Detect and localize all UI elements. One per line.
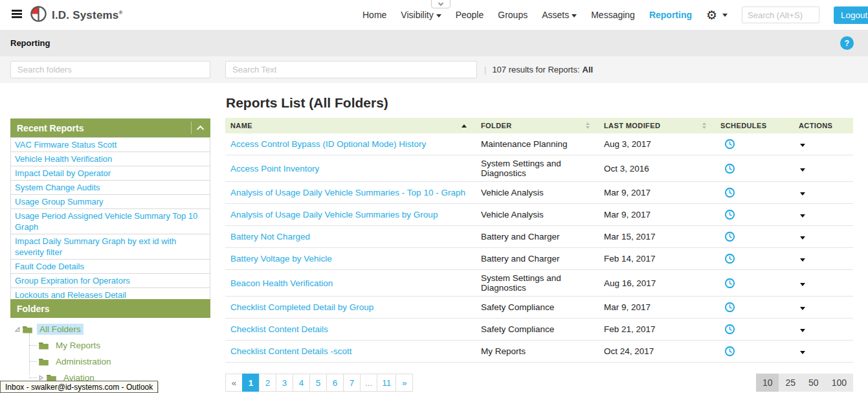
- logout-button[interactable]: Logout: [834, 6, 868, 24]
- nav-item-home[interactable]: Home: [362, 10, 386, 20]
- recent-reports-header: Recent Reports: [10, 118, 210, 137]
- report-folder: Vehicle Analysis: [476, 207, 599, 223]
- report-name-link[interactable]: Checklist Content Details -scott: [225, 343, 476, 359]
- recent-report-link[interactable]: Impact Daily Summary Graph by ext id wit…: [11, 234, 210, 260]
- report-name-link[interactable]: Beacon Health Verification: [225, 275, 476, 291]
- recent-report-link[interactable]: Impact Detail by Operator: [11, 166, 210, 181]
- pagination-ellipsis[interactable]: ...: [360, 374, 377, 392]
- report-name-link[interactable]: Analysis of Usage Daily Vehicle Summarie…: [225, 185, 476, 201]
- nav-item-visibility[interactable]: Visibility: [401, 10, 441, 20]
- page-size-50[interactable]: 50: [802, 374, 825, 392]
- report-row: Checklist Content DetailsSafety Complian…: [225, 319, 853, 341]
- pagination-page-6[interactable]: 6: [326, 374, 344, 392]
- report-name-link[interactable]: Access Control Bypass (ID Optional Mode)…: [225, 136, 476, 152]
- breadcrumb: Reporting: [10, 38, 50, 48]
- results-summary: | 107 results for Reports:All: [484, 65, 593, 74]
- pagination-prev-button[interactable]: «: [225, 374, 243, 392]
- search-folders-input[interactable]: [10, 61, 210, 78]
- report-folder: Battery and Charger: [476, 251, 599, 267]
- folder-tree-node[interactable]: All Folders: [14, 323, 210, 335]
- reports-table: NAMEFOLDERLAST MODIFEDSCHEDULESACTIONS A…: [225, 118, 853, 363]
- recent-report-link[interactable]: System Change Audits: [11, 181, 210, 195]
- report-last-modified: Feb 21, 2017: [599, 321, 715, 337]
- schedule-clock-icon[interactable]: [724, 209, 735, 220]
- page-size-100[interactable]: 100: [825, 374, 853, 392]
- report-name-link[interactable]: Analysis of Usage Daily Vehicle Summarie…: [225, 207, 476, 223]
- report-folder: System Settings and Diagnostics: [476, 155, 599, 181]
- schedule-clock-icon[interactable]: [724, 278, 735, 289]
- report-last-modified: Oct 24, 2017: [599, 343, 715, 359]
- settings-gear-button[interactable]: ⚙: [706, 9, 728, 21]
- schedule-clock-icon[interactable]: [724, 163, 735, 174]
- folders-panel: Folders All Folders My Reports Administr…: [10, 299, 210, 388]
- folder-tree-node[interactable]: Administration: [29, 355, 210, 367]
- recent-report-link[interactable]: Usage Period Assigned Vehicle Summary To…: [11, 209, 210, 234]
- nav-item-assets[interactable]: Assets: [542, 10, 577, 20]
- report-name-link[interactable]: Access Point Inventory: [225, 161, 476, 177]
- recent-reports-title: Recent Reports: [17, 123, 83, 133]
- report-name-link[interactable]: Checklist Completed Detail by Group: [225, 299, 476, 315]
- pagination-page-4[interactable]: 4: [293, 374, 310, 392]
- pagination-page-1[interactable]: 1: [242, 374, 260, 392]
- column-header-name[interactable]: NAME: [225, 122, 476, 129]
- divider: [191, 122, 192, 134]
- report-row: Checklist Completed Detail by GroupSafet…: [225, 297, 853, 319]
- recent-report-link[interactable]: Group Expiration for Operators: [11, 274, 210, 288]
- hamburger-menu-icon[interactable]: [12, 10, 22, 18]
- recent-reports-list: VAC Firmware Status ScottVehicle Health …: [10, 137, 210, 302]
- page-size-selector: 102550100: [756, 374, 853, 392]
- recent-report-link[interactable]: Fault Code Details: [11, 260, 210, 274]
- column-header-last-modifed[interactable]: LAST MODIFED: [599, 122, 715, 129]
- schedule-clock-icon[interactable]: [724, 187, 735, 198]
- actions-dropdown-icon[interactable]: [800, 351, 805, 354]
- collapse-toggle-icon[interactable]: [14, 326, 20, 332]
- actions-dropdown-icon[interactable]: [800, 236, 805, 240]
- schedule-clock-icon[interactable]: [724, 253, 735, 264]
- schedule-clock-icon[interactable]: [724, 231, 735, 242]
- report-name-link[interactable]: Battery Voltage by Vehicle: [225, 251, 476, 267]
- pagination-page-5[interactable]: 5: [309, 374, 327, 392]
- pagination-page-11[interactable]: 11: [377, 374, 396, 392]
- schedule-clock-icon[interactable]: [724, 139, 735, 150]
- table-body: Access Control Bypass (ID Optional Mode)…: [225, 133, 853, 363]
- pagination-next-button[interactable]: »: [395, 374, 413, 392]
- actions-dropdown-icon[interactable]: [800, 168, 805, 172]
- search-text-input[interactable]: [225, 61, 477, 78]
- table-header-row: NAMEFOLDERLAST MODIFEDSCHEDULESACTIONS: [225, 118, 853, 133]
- actions-dropdown-icon[interactable]: [800, 283, 805, 286]
- pagination-page-3[interactable]: 3: [276, 374, 293, 392]
- nav-item-people[interactable]: People: [456, 10, 484, 20]
- nav-item-messaging[interactable]: Messaging: [591, 10, 635, 20]
- actions-dropdown-icon[interactable]: [800, 214, 805, 218]
- recent-report-link[interactable]: Usage Group Summary: [11, 195, 210, 209]
- results-text: 107 results for Reports:: [492, 65, 579, 74]
- schedule-clock-icon[interactable]: [724, 302, 735, 313]
- folder-tree-node[interactable]: My Reports: [29, 339, 210, 351]
- actions-dropdown-icon[interactable]: [800, 144, 805, 147]
- report-row: Battery Voltage by VehicleBattery and Ch…: [225, 248, 853, 270]
- collapse-panel-icon[interactable]: [197, 125, 204, 132]
- nav-item-reporting[interactable]: Reporting: [649, 10, 692, 20]
- pagination-page-2[interactable]: 2: [259, 374, 276, 392]
- actions-dropdown-icon[interactable]: [800, 307, 805, 310]
- expand-toggle-icon[interactable]: [38, 375, 44, 381]
- recent-report-link[interactable]: Vehicle Health Verification: [11, 152, 210, 166]
- actions-dropdown-icon[interactable]: [800, 329, 805, 332]
- global-search-input[interactable]: [742, 6, 819, 23]
- report-name-link[interactable]: Checklist Content Details: [225, 321, 476, 337]
- page-size-25[interactable]: 25: [779, 374, 802, 392]
- pagination-page-7[interactable]: 7: [343, 374, 361, 392]
- report-row: Beacon Health VerificationSystem Setting…: [225, 270, 853, 297]
- report-name-link[interactable]: Battery Not Charged: [225, 229, 476, 245]
- schedule-clock-icon[interactable]: [724, 324, 735, 335]
- page-size-10[interactable]: 10: [756, 374, 779, 392]
- brand-logo[interactable]: I.D. Systems®: [30, 5, 123, 25]
- schedule-clock-icon[interactable]: [724, 346, 735, 357]
- column-header-folder[interactable]: FOLDER: [476, 122, 599, 129]
- brand-name: I.D. Systems®: [52, 9, 123, 22]
- nav-item-groups[interactable]: Groups: [498, 10, 528, 20]
- help-button[interactable]: ?: [840, 36, 854, 50]
- recent-report-link[interactable]: VAC Firmware Status Scott: [11, 137, 210, 152]
- actions-dropdown-icon[interactable]: [800, 192, 805, 196]
- actions-dropdown-icon[interactable]: [800, 258, 805, 262]
